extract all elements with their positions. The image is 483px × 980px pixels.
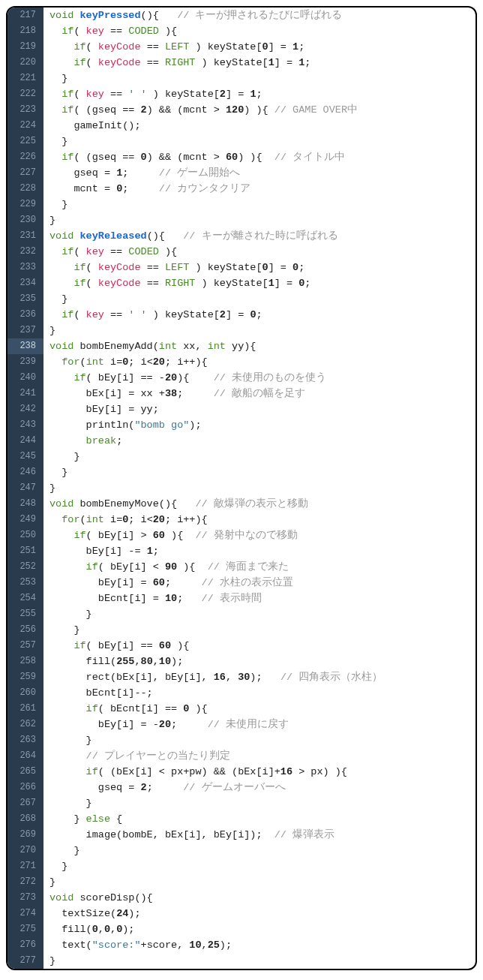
code-content[interactable]: bEy[i] = -20; // 未使用に戻す [44,717,289,732]
code-line[interactable]: 219 if( keyCode == LEFT ) keyState[0] = … [8,39,476,55]
code-content[interactable]: bEy[i] = 60; // 水柱の表示位置 [44,575,293,591]
code-line[interactable]: 249 for(int i=0; i<20; i++){ [8,512,476,528]
code-line[interactable]: 231void keyReleased(){ // キーが離された時に呼ばれる [8,228,476,244]
code-content[interactable]: } [44,843,80,858]
code-line[interactable]: 232 if( key == CODED ){ [8,244,476,260]
code-content[interactable]: if( bEy[i] < 90 ){ // 海面まで来た [44,559,289,575]
code-content[interactable]: for(int i=0; i<20; i++){ [44,512,208,528]
code-content[interactable]: println("bomb go"); [44,417,202,433]
code-content[interactable]: } [44,732,92,748]
code-line[interactable]: 257 if( bEy[i] == 60 ){ [8,638,476,654]
code-content[interactable]: void bombEnemyAdd(int xx, int yy){ [44,338,256,354]
code-content[interactable]: if( keyCode == RIGHT ) keyState[1] = 1; [44,55,310,71]
code-line[interactable]: 225 } [8,134,476,149]
code-content[interactable]: if( (gseq == 2) && (mcnt > 120) ){ // GA… [44,102,358,118]
code-content[interactable]: } [44,464,68,480]
code-content[interactable]: void keyPressed(){ // キーが押されるたびに呼ばれる [44,8,342,23]
code-line[interactable]: 236 if( key == ' ' ) keyState[2] = 0; [8,307,476,323]
code-content[interactable]: } [44,622,80,638]
code-content[interactable]: if( (gseq == 0) && (mcnt > 60) ){ // タイト… [44,149,345,165]
code-content[interactable]: bEy[i] -= 1; [44,543,159,559]
code-line[interactable]: 223 if( (gseq == 2) && (mcnt > 120) ){ /… [8,102,476,118]
code-content[interactable]: fill(255,80,10); [44,654,183,669]
code-line[interactable]: 270 } [8,843,476,858]
code-line[interactable]: 239 for(int i=0; i<20; i++){ [8,354,476,370]
code-line[interactable]: 242 bEy[i] = yy; [8,401,476,417]
code-line[interactable]: 252 if( bEy[i] < 90 ){ // 海面まで来た [8,559,476,575]
code-line[interactable]: 246 } [8,464,476,480]
code-content[interactable]: if( keyCode == LEFT ) keyState[0] = 0; [44,260,304,275]
code-line[interactable]: 224 gameInit(); [8,118,476,134]
code-content[interactable]: } [44,874,56,890]
code-line[interactable]: 245 } [8,449,476,464]
code-line[interactable]: 268 } else { [8,811,476,827]
code-line[interactable]: 218 if( key == CODED ){ [8,23,476,39]
code-content[interactable]: gseq = 1; // ゲーム開始へ [44,165,240,181]
code-line[interactable]: 235 } [8,291,476,307]
code-line[interactable]: 260 bEcnt[i]--; [8,685,476,701]
code-line[interactable]: 234 if( keyCode == RIGHT ) keyState[1] =… [8,275,476,291]
code-content[interactable]: break; [44,433,122,449]
code-line[interactable]: 248void bombEnemyMove(){ // 敵爆弾の表示と移動 [8,496,476,512]
code-line[interactable]: 254 bEcnt[i] = 10; // 表示時間 [8,591,476,606]
code-content[interactable]: bEcnt[i]--; [44,685,153,701]
code-line[interactable]: 243 println("bomb go"); [8,417,476,433]
code-line[interactable]: 271 } [8,858,476,874]
code-line[interactable]: 275 fill(0,0,0); [8,921,476,937]
code-content[interactable]: } [44,291,68,307]
code-content[interactable]: } [44,480,56,496]
code-line[interactable]: 258 fill(255,80,10); [8,654,476,669]
code-content[interactable]: } [44,795,92,811]
code-content[interactable]: bEy[i] = yy; [44,401,159,417]
code-content[interactable]: gameInit(); [44,118,141,134]
code-content[interactable]: } [44,323,56,338]
code-content[interactable]: void bombEnemyMove(){ // 敵爆弾の表示と移動 [44,496,308,512]
code-line[interactable]: 276 text("score:"+score, 10,25); [8,937,476,953]
code-content[interactable]: if( key == CODED ){ [44,244,177,260]
code-content[interactable]: gseq = 2; // ゲームオーバーへ [44,780,286,795]
code-content[interactable]: fill(0,0,0); [44,921,134,937]
code-content[interactable]: mcnt = 0; // カウンタクリア [44,181,250,197]
code-content[interactable]: void scoreDisp(){ [44,890,153,906]
code-line[interactable]: 273void scoreDisp(){ [8,890,476,906]
code-content[interactable]: bEcnt[i] = 10; // 表示時間 [44,591,262,606]
code-line[interactable]: 241 bEx[i] = xx +38; // 敵船の幅を足す [8,386,476,401]
code-content[interactable]: } [44,134,68,149]
code-line[interactable]: 217void keyPressed(){ // キーが押されるたびに呼ばれる [8,8,476,23]
code-content[interactable]: if( bEy[i] == -20){ // 未使用のものを使う [44,370,326,386]
code-line[interactable]: 226 if( (gseq == 0) && (mcnt > 60) ){ //… [8,149,476,165]
code-content[interactable]: // プレイヤーとの当たり判定 [44,748,230,764]
code-content[interactable]: if( bEy[i] > 60 ){ // 発射中なので移動 [44,528,298,543]
code-line[interactable]: 237} [8,323,476,338]
code-line[interactable]: 253 bEy[i] = 60; // 水柱の表示位置 [8,575,476,591]
code-content[interactable]: rect(bEx[i], bEy[i], 16, 30); // 四角表示（水柱… [44,669,382,685]
code-line[interactable]: 221 } [8,71,476,86]
code-line[interactable]: 238void bombEnemyAdd(int xx, int yy){ [8,338,476,354]
code-line[interactable]: 247} [8,480,476,496]
code-line[interactable]: 233 if( keyCode == LEFT ) keyState[0] = … [8,260,476,275]
code-content[interactable]: } [44,197,68,212]
code-content[interactable]: } else { [44,811,122,827]
code-line[interactable]: 277} [8,953,476,969]
code-line[interactable]: 256 } [8,622,476,638]
code-line[interactable]: 259 rect(bEx[i], bEy[i], 16, 30); // 四角表… [8,669,476,685]
code-line[interactable]: 244 break; [8,433,476,449]
code-line[interactable]: 274 textSize(24); [8,906,476,921]
code-content[interactable]: bEx[i] = xx +38; // 敵船の幅を足す [44,386,305,401]
code-line[interactable]: 220 if( keyCode == RIGHT ) keyState[1] =… [8,55,476,71]
code-line[interactable]: 267 } [8,795,476,811]
code-content[interactable]: image(bombE, bEx[i], bEy[i]); // 爆弾表示 [44,827,334,843]
code-content[interactable]: if( bEcnt[i] == 0 ){ [44,701,208,717]
code-content[interactable]: if( key == CODED ){ [44,23,177,39]
code-editor[interactable]: 217void keyPressed(){ // キーが押されるたびに呼ばれる2… [6,6,477,970]
code-line[interactable]: 262 bEy[i] = -20; // 未使用に戻す [8,717,476,732]
code-content[interactable]: text("score:"+score, 10,25); [44,937,232,953]
code-content[interactable]: if( keyCode == RIGHT ) keyState[1] = 0; [44,275,310,291]
code-line[interactable]: 230} [8,212,476,228]
code-line[interactable]: 251 bEy[i] -= 1; [8,543,476,559]
code-line[interactable]: 263 } [8,732,476,748]
code-content[interactable]: } [44,953,56,969]
code-content[interactable]: } [44,71,68,86]
code-line[interactable]: 229 } [8,197,476,212]
code-line[interactable]: 272} [8,874,476,890]
